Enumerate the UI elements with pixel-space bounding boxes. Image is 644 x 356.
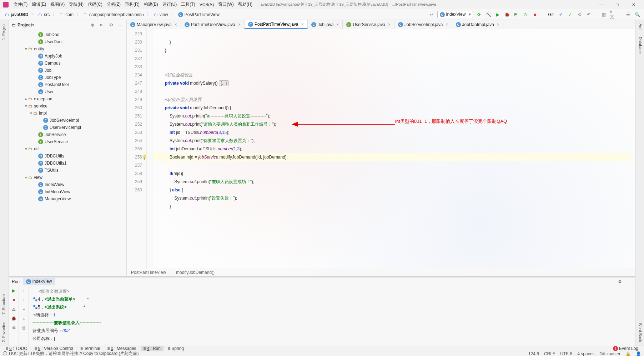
tree-node[interactable]: CJDBCUtils1 (9, 160, 126, 167)
tool-database[interactable]: Database (635, 33, 644, 57)
indent-setting[interactable]: 4 spaces (577, 351, 594, 356)
menu-refactor[interactable]: 重构(R) (123, 1, 142, 7)
bottom-tab[interactable]: ≡ Terminal (77, 346, 103, 351)
editor-tab[interactable]: CPostPartTimeView.java× (245, 20, 308, 29)
locate-button[interactable]: ⊕ (89, 22, 96, 28)
build-button[interactable]: 🔨 (485, 11, 492, 18)
editor-tab[interactable]: CJobDaoImpl.java× (452, 20, 503, 29)
crumb-method[interactable]: modifyJobDemand() (176, 270, 215, 275)
down-button[interactable]: ↓ (21, 297, 27, 303)
tree-node[interactable]: CJDBCUtils (9, 152, 126, 160)
tree-node[interactable]: CUser (9, 88, 126, 95)
git-revert-button[interactable]: ↶ (585, 11, 592, 18)
tree-node[interactable]: ▾🗀util (9, 145, 126, 152)
tool-ant[interactable]: Ant (635, 20, 644, 33)
tree-node[interactable]: CInitMenuView (9, 188, 126, 195)
crumb-view[interactable]: view (160, 12, 168, 17)
menu-navigate[interactable]: 导航(N) (67, 1, 86, 7)
tree-node[interactable]: CManagerView (9, 195, 126, 202)
bottom-tab[interactable]: ≡ 6: TODO (3, 346, 30, 351)
dump-button[interactable]: 🐞 (11, 315, 17, 322)
tool-structure[interactable]: 7: Structure (0, 291, 9, 318)
intention-bulb-icon[interactable]: 💡 (142, 153, 147, 161)
menu-vcs[interactable]: VCS(S) (197, 2, 216, 7)
close-tab-icon[interactable]: × (387, 22, 391, 27)
close-tab-icon[interactable]: × (495, 22, 499, 27)
print-button[interactable]: 🖶 (11, 325, 17, 331)
close-button[interactable]: ✕ (628, 2, 639, 7)
lock-icon[interactable]: 🔒 (625, 351, 631, 356)
menu-run[interactable]: 运行(U) (160, 1, 179, 7)
inspector-icon[interactable]: 👤 (636, 351, 641, 356)
debug-button[interactable]: 🐞 (504, 11, 510, 18)
tree-node[interactable]: IUserDao (9, 38, 126, 45)
tree-node[interactable]: CIndexView (9, 181, 126, 188)
tree-node[interactable]: IJobService (9, 131, 126, 138)
editor-tab[interactable]: CJobServiceImpl.java× (394, 20, 452, 29)
editor-tab[interactable]: IUserService.java× (343, 20, 394, 29)
tree-node[interactable]: CCampus (9, 60, 126, 67)
settings-icon[interactable]: ⚙ (108, 22, 114, 28)
back-button[interactable]: ↩ (428, 11, 434, 18)
bottom-tab[interactable]: ≡ 4: Run (141, 346, 163, 351)
scroll-button[interactable]: ⤓ (21, 315, 27, 322)
stop-button[interactable]: ■ (532, 11, 538, 18)
tree-node[interactable]: CJobType (9, 74, 126, 81)
tool-project[interactable]: 1: Project (0, 20, 9, 44)
run-settings-icon[interactable]: ⚙ (617, 279, 623, 285)
crumb-src[interactable]: src (44, 12, 50, 17)
tree-node[interactable]: CUserServiceImpl (9, 124, 126, 131)
event-log-tab[interactable]: 2 Event Log (610, 346, 641, 351)
coverage-button[interactable]: ⛨ (513, 11, 519, 18)
tree-node[interactable]: ▾🗀view (9, 174, 126, 181)
close-tab-icon[interactable]: × (335, 22, 339, 27)
run-config-tab[interactable]: C IndexView (23, 278, 55, 285)
tree-node[interactable]: CApplyJob (9, 52, 126, 60)
close-tab-icon[interactable]: × (173, 22, 177, 27)
menu-window[interactable]: 窗口(W) (216, 1, 236, 7)
crumb-pkg[interactable]: campusparttimejobversions5 (89, 12, 144, 17)
up-button[interactable]: ↑ (21, 287, 27, 294)
git-history-button[interactable]: ⟲ (576, 11, 583, 18)
exit-button[interactable]: ⏏ (11, 306, 17, 312)
tool-favorites[interactable]: 2: Favorites (0, 318, 9, 346)
editor-tab[interactable]: CJob.java× (308, 20, 343, 29)
tree-node[interactable]: IUserService (9, 138, 126, 145)
menu-build[interactable]: 构建(B) (142, 1, 160, 7)
close-tab-icon[interactable]: × (237, 22, 241, 27)
crumb-class[interactable]: PostPartTimeView (131, 270, 166, 275)
editor-tab[interactable]: CPartTimeUserView.java× (181, 20, 245, 29)
crumb-com[interactable]: com (65, 12, 74, 17)
search-button[interactable]: 🔍 (634, 11, 640, 18)
git-update-button[interactable]: ✔ (558, 11, 564, 18)
close-tab-icon[interactable]: × (444, 22, 448, 27)
bottom-tab[interactable]: ≡ 9: Version Control (32, 346, 76, 351)
settings-button[interactable]: ☰ (625, 11, 631, 18)
run-button[interactable]: ▶ (494, 11, 501, 18)
stop-run-button[interactable]: ■ (11, 297, 17, 303)
wrap-button[interactable]: ⤶ (21, 306, 27, 312)
file-encoding[interactable]: UTF-8 (560, 351, 572, 356)
run-config-select[interactable]: C IndexView (437, 11, 473, 18)
close-tab-icon[interactable]: × (300, 22, 304, 27)
tree-node[interactable]: ▸🗀exception (9, 95, 126, 102)
tree-node[interactable]: CTSUtils (9, 167, 126, 174)
run-hide-button[interactable]: — (626, 279, 632, 285)
line-separator[interactable]: CRLF (544, 351, 555, 356)
bottom-tab[interactable]: ≡ Spring (165, 346, 187, 351)
editor-tab[interactable]: CManagerView.java× (127, 20, 181, 29)
hide-button[interactable]: — (117, 22, 124, 28)
menu-tools[interactable]: 工具(T) (179, 1, 197, 7)
git-commit-button[interactable]: ✓ (567, 11, 573, 18)
tree-node[interactable]: ▾🗀service (9, 102, 126, 110)
rerun-button[interactable]: ▶ (11, 287, 17, 294)
clear-button[interactable]: 🗑 (21, 325, 27, 331)
collapse-button[interactable]: ⇤ (99, 22, 105, 28)
crumb-project[interactable]: javaUBD (11, 12, 28, 17)
minimize-button[interactable]: — (595, 2, 606, 7)
code-area[interactable]: } } //职位金额设置 private void modifySalary()… (152, 29, 635, 268)
tree-node[interactable]: ▾🗀impl (9, 110, 126, 117)
menu-edit[interactable]: 编辑(E) (30, 1, 48, 7)
menu-file[interactable]: 文件(F) (11, 1, 30, 7)
tree-node[interactable]: IJobDao (9, 31, 126, 38)
